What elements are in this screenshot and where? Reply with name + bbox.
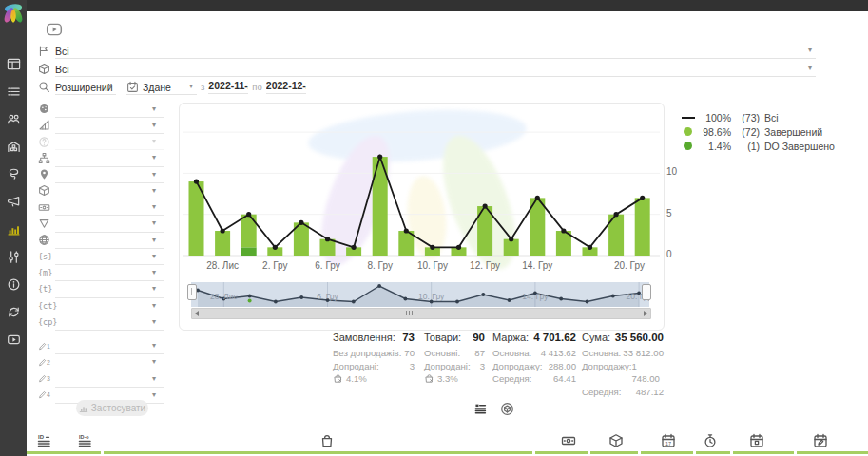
map-pin-icon: [38, 168, 50, 180]
product-filter-value: Всі: [55, 64, 69, 75]
video-tutorial-button[interactable]: [46, 21, 63, 38]
view-toggle-cube-circle[interactable]: [500, 402, 515, 417]
sidebar-item-info[interactable]: [0, 271, 27, 298]
stat-value: 35 560.00: [615, 332, 664, 343]
chevron-down-icon: ▾: [152, 202, 156, 211]
sidebar-item-settings[interactable]: [0, 243, 27, 271]
column-header-bag[interactable]: [319, 433, 335, 448]
filter-select-custom-field-3[interactable]: ▾: [55, 370, 164, 388]
scroll-left-arrow[interactable]: [195, 311, 199, 316]
date-to-input[interactable]: [266, 80, 306, 94]
filter-row-help: ▾: [38, 134, 164, 150]
funnel-icon: [38, 218, 50, 230]
column-header-calendar-date[interactable]: 17: [661, 433, 676, 448]
chevron-down-icon: ▾: [152, 374, 156, 383]
legend-item[interactable]: 98.6%(72)Завершений: [681, 124, 835, 139]
filter-select-utm-source[interactable]: ▾: [55, 248, 164, 265]
filter-select-help[interactable]: ▾: [55, 133, 164, 150]
filter-select-utm-term[interactable]: ▾: [55, 280, 164, 297]
chevron-down-icon: ▾: [152, 137, 156, 145]
chart-navigator[interactable]: 28. Лис6. Гру10. Гру14. Гру20. Гру: [191, 282, 649, 307]
product-filter-select[interactable]: Всі ▾: [55, 62, 816, 77]
stat-sub-value: 487.12: [636, 386, 664, 399]
column-header-calendar-box[interactable]: [749, 433, 764, 448]
globe-dark-icon: [38, 103, 50, 115]
filter-select-utm-campaign[interactable]: ▾: [55, 314, 164, 331]
sidebar-item-orders[interactable]: [0, 78, 27, 105]
bag-icon: [319, 433, 335, 448]
column-header-banknote[interactable]: [561, 433, 576, 448]
filter-column: ▾▾▾▾▾▾▾▾▾{s}▾{m}▾{t}▾{ct}▾{cp}▾1▾2▾3▾4▾: [38, 101, 164, 404]
sidebar-item-dashboard[interactable]: [0, 50, 27, 78]
y-axis-tick: 0: [666, 249, 672, 259]
legend-line-marker: [682, 117, 695, 119]
view-toggles: [473, 402, 515, 417]
sidebar-item-customers[interactable]: [0, 105, 27, 133]
filter-select-ruler[interactable]: ▾: [55, 117, 164, 134]
filter-row-sitemap: ▾: [38, 150, 164, 166]
scroll-right-arrow[interactable]: [644, 311, 647, 316]
chevron-down-icon: ▾: [808, 46, 812, 54]
column-header-timer[interactable]: [703, 433, 718, 448]
filter-select-custom-field-2[interactable]: ▾: [55, 353, 164, 370]
chevron-down-icon: ▾: [152, 284, 156, 293]
filter-select-funnel[interactable]: ▾: [55, 215, 164, 232]
column-header-calendar-edit[interactable]: [813, 433, 828, 448]
stat-sub-label: Допродані:: [333, 360, 379, 373]
sidebar-nav: [0, 50, 27, 353]
column-header-id-dash[interactable]: ID-o: [78, 433, 93, 448]
stat-sub-value: 4 413.62: [541, 347, 576, 360]
search-mode-select[interactable]: Розширений ▾: [55, 80, 116, 95]
filter-row-utm-content: {ct}▾: [38, 297, 164, 314]
status-filter-select[interactable]: Всі ▾: [55, 44, 816, 59]
chevron-down-icon: ▾: [152, 104, 156, 113]
status-flag-icon: [38, 45, 50, 57]
date-from-input[interactable]: [208, 80, 248, 94]
package-icon: [38, 63, 50, 75]
pencil-icon: [38, 390, 47, 400]
navigator-scrollbar[interactable]: [191, 308, 651, 319]
stat-sub-value: 1 748.00: [632, 360, 664, 386]
status-filter-value: Всі: [55, 46, 69, 57]
filter-select-utm-medium[interactable]: ▾: [55, 264, 164, 281]
svg-text:6. Гру: 6. Гру: [317, 292, 338, 301]
apply-button[interactable]: Застосувати: [76, 400, 148, 416]
chart-legend: 100%(73)Всі98.6%(72)Завершений1.4%(1)DO …: [681, 110, 835, 153]
chevron-down-icon: ▾: [152, 153, 156, 162]
table-column-underline: [733, 451, 794, 454]
filter-select-globe[interactable]: ▾: [55, 232, 164, 249]
pencil-icon: [38, 373, 47, 384]
upsell-basket-icon: [424, 373, 434, 384]
globe-icon: [38, 234, 50, 246]
legend-item[interactable]: 100%(73)Всі: [681, 110, 835, 124]
filter-select-banknote[interactable]: ▾: [55, 199, 164, 216]
filter-select-utm-content[interactable]: ▾: [55, 297, 164, 314]
stat-value: 90: [473, 332, 485, 343]
sidebar-item-warehouse[interactable]: [0, 133, 27, 161]
legend-item[interactable]: 1.4%(1)DO Завершено: [681, 139, 835, 153]
filter-select-custom-field-1[interactable]: ▾: [55, 337, 164, 354]
filter-select-globe-dark[interactable]: ▾: [55, 101, 164, 118]
sidebar-item-megaphone[interactable]: [0, 188, 27, 216]
sidebar-item-sync[interactable]: [0, 298, 27, 326]
navigator-handle-right[interactable]: [642, 284, 651, 300]
svg-text:10. Гру: 10. Гру: [417, 260, 448, 271]
sidebar-item-analytics[interactable]: [0, 216, 27, 243]
navigator-handle-left[interactable]: [187, 284, 197, 300]
custom-field-3-icon: 3: [38, 372, 50, 385]
filter-select-map-pin[interactable]: ▾: [55, 166, 164, 183]
scrollbar-grip[interactable]: [405, 311, 414, 315]
column-header-cube[interactable]: [608, 433, 624, 448]
filter-select-cube[interactable]: ▾: [55, 182, 164, 200]
filter-select-sitemap[interactable]: ▾: [55, 149, 164, 166]
column-header-id-lines[interactable]: ID: [37, 433, 52, 448]
chevron-down-icon: ▾: [152, 301, 156, 310]
date-type-select[interactable]: Здане ▾: [126, 80, 197, 95]
keycrm-logo[interactable]: [3, 1, 24, 26]
view-toggle-stats-list[interactable]: [473, 402, 489, 417]
chevron-down-icon: ▾: [152, 236, 156, 244]
sidebar-item-video[interactable]: [0, 326, 27, 353]
sidebar-item-hook[interactable]: [0, 161, 27, 188]
stat-column: Товари:90Основні:87Допродані:33.3%: [424, 332, 485, 386]
stat-title: Замовлення:: [333, 332, 395, 343]
